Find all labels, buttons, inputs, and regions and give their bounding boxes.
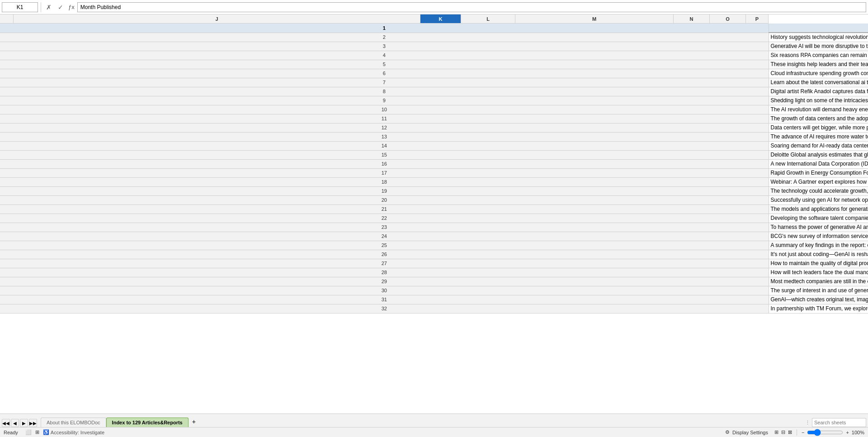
cell-subtitle[interactable]: Learn about the latest conversational ai…	[769, 78, 868, 87]
tab-nav-last[interactable]: ▶▶	[29, 419, 37, 427]
row-number[interactable]: 22	[0, 214, 769, 223]
cell-subtitle[interactable]: Deloitte Global analysis estimates that …	[769, 150, 868, 159]
view-normal-icon[interactable]: ⊞	[774, 429, 778, 435]
cell-subtitle[interactable]: BCG's new survey of information services…	[769, 232, 868, 241]
row-number[interactable]: 23	[0, 223, 769, 232]
cell-subtitle[interactable]: Most medtech companies are still in the …	[769, 277, 868, 286]
cell-subtitle[interactable]: Rapid Growth in Energy Consumption For G…	[769, 168, 868, 177]
sheet-view-normal-icon[interactable]: ⬜	[25, 429, 32, 435]
row-number[interactable]: 28	[0, 268, 769, 277]
col-header-o[interactable]: O	[710, 14, 746, 24]
sheet-tab-index[interactable]: Index to 129 Articles&Reports	[106, 418, 189, 427]
row-number[interactable]: 12	[0, 123, 769, 132]
zoom-out-button[interactable]: −	[802, 430, 804, 435]
zoom-separator	[797, 429, 797, 436]
row-number[interactable]: 3	[0, 42, 769, 51]
cell-subtitle[interactable]: Webinar: A Gartner expert explores how v…	[769, 177, 868, 186]
cell-subtitle[interactable]: Developing the software talent companies…	[769, 214, 868, 223]
col-header-m[interactable]: M	[515, 14, 674, 24]
grid-scroll-area[interactable]: J K L M N O P 1 Subtitle Month F ▼	[0, 14, 868, 413]
sheet-tab-about[interactable]: About this ELOMBODoc	[41, 418, 106, 427]
row-number[interactable]: 24	[0, 232, 769, 241]
tab-nav-prev[interactable]: ◀	[11, 419, 19, 427]
tab-nav-next[interactable]: ▶	[20, 419, 28, 427]
cell-subtitle[interactable]: To harness the power of generative AI an…	[769, 223, 868, 232]
formula-input[interactable]: Month Published	[77, 2, 866, 12]
cell-subtitle[interactable]: A new International Data Corporation (ID…	[769, 159, 868, 168]
row-number[interactable]: 10	[0, 105, 769, 114]
row-number[interactable]: 2	[0, 33, 769, 42]
row-number[interactable]: 14	[0, 141, 769, 150]
add-sheet-button[interactable]: +	[189, 416, 199, 427]
row-number[interactable]: 8	[0, 87, 769, 96]
tab-separator: ⋮	[805, 420, 810, 426]
row-number[interactable]: 16	[0, 159, 769, 168]
row-number[interactable]: 27	[0, 259, 769, 268]
cell-subtitle[interactable]: Data centers will get bigger, while more…	[769, 123, 868, 132]
row-number[interactable]: 11	[0, 114, 769, 123]
cell-subtitle[interactable]: It's not just about coding—GenAI is resh…	[769, 250, 868, 259]
row-number[interactable]: 5	[0, 60, 769, 69]
cell-subtitle[interactable]: In partnership with TM Forum, we explore…	[769, 304, 868, 313]
col-header-k[interactable]: K	[420, 14, 461, 24]
row-number[interactable]: 31	[0, 295, 769, 304]
cell-subtitle[interactable]: The surge of interest in and use of gene…	[769, 286, 868, 295]
zoom-slider[interactable]	[807, 429, 843, 436]
cancel-formula-button[interactable]: ✗	[44, 2, 54, 12]
cell-subtitle[interactable]: A summary of key findings in the report:…	[769, 241, 868, 250]
row-num-1[interactable]: 1	[0, 24, 769, 33]
tab-right-area: ⋮	[805, 418, 866, 427]
cell-reference-box[interactable]: K1	[2, 2, 38, 12]
row-number[interactable]: 7	[0, 78, 769, 87]
col-header-p[interactable]: P	[746, 14, 769, 24]
col-header-n[interactable]: N	[674, 14, 710, 24]
row-number[interactable]: 20	[0, 195, 769, 204]
row-number[interactable]: 6	[0, 69, 769, 78]
row-number[interactable]: 4	[0, 51, 769, 60]
row-number[interactable]: 15	[0, 150, 769, 159]
row-number[interactable]: 26	[0, 250, 769, 259]
view-pagebreak-icon[interactable]: ⊟	[781, 429, 785, 435]
cell-subtitle[interactable]: Successfully using gen AI for network op…	[769, 195, 868, 204]
row-number[interactable]: 18	[0, 177, 769, 186]
row-number[interactable]: 25	[0, 241, 769, 250]
zoom-in-button[interactable]: +	[846, 430, 849, 435]
display-settings-icon[interactable]: ⚙	[725, 429, 730, 435]
search-sheets-input[interactable]	[812, 418, 866, 427]
function-icon: ƒx	[68, 4, 75, 10]
cell-subtitle[interactable]: Cloud infrastructure spending growth con…	[769, 69, 868, 78]
row-number[interactable]: 13	[0, 132, 769, 141]
cell-subtitle[interactable]: The AI revolution will demand heavy ener…	[769, 105, 868, 114]
row-number[interactable]: 29	[0, 277, 769, 286]
table-row: 20Successfully using gen AI for network …	[0, 195, 868, 204]
cell-subtitle[interactable]: Six reasons RPA companies can remain rel…	[769, 51, 868, 60]
zoom-level: 100%	[852, 430, 864, 435]
cell-subtitle[interactable]: The advance of AI requires more water to…	[769, 132, 868, 141]
cell-subtitle[interactable]: How will tech leaders face the dual mand…	[769, 268, 868, 277]
table-row: 18Webinar: A Gartner expert explores how…	[0, 177, 868, 186]
cell-subtitle[interactable]: Shedding light on some of the intricacie…	[769, 96, 868, 105]
tab-list: About this ELOMBODoc Index to 129 Articl…	[41, 416, 804, 427]
view-page-icon[interactable]: ⊠	[788, 429, 792, 435]
row-number[interactable]: 19	[0, 186, 769, 195]
cell-subtitle[interactable]: Digital artist Refik Anadol captures dat…	[769, 87, 868, 96]
tab-nav-first[interactable]: ◀◀	[2, 419, 10, 427]
cell-subtitle[interactable]: Generative AI will be more disruptive to…	[769, 42, 868, 51]
row-number[interactable]: 30	[0, 286, 769, 295]
cell-subtitle[interactable]: GenAI—which creates original text, image…	[769, 295, 868, 304]
cell-subtitle[interactable]: Soaring demand for AI-ready data centers…	[769, 141, 868, 150]
cell-subtitle[interactable]: History suggests technological revolutio…	[769, 33, 868, 42]
row-number[interactable]: 9	[0, 96, 769, 105]
cell-subtitle[interactable]: How to maintain the quality of digital p…	[769, 259, 868, 268]
confirm-formula-button[interactable]: ✓	[56, 2, 66, 12]
cell-subtitle[interactable]: The growth of data centers and the adopt…	[769, 114, 868, 123]
row-number[interactable]: 32	[0, 304, 769, 313]
cell-subtitle[interactable]: The models and applications for generati…	[769, 204, 868, 214]
cell-subtitle[interactable]: The technology could accelerate growth, …	[769, 186, 868, 195]
col-header-l[interactable]: L	[461, 14, 515, 24]
sheet-view-pagebreak-icon[interactable]: ⊞	[35, 429, 39, 435]
row-number[interactable]: 17	[0, 168, 769, 177]
col-header-j[interactable]: J	[14, 14, 420, 24]
row-number[interactable]: 21	[0, 204, 769, 214]
cell-subtitle[interactable]: These insights help leaders and their te…	[769, 60, 868, 69]
